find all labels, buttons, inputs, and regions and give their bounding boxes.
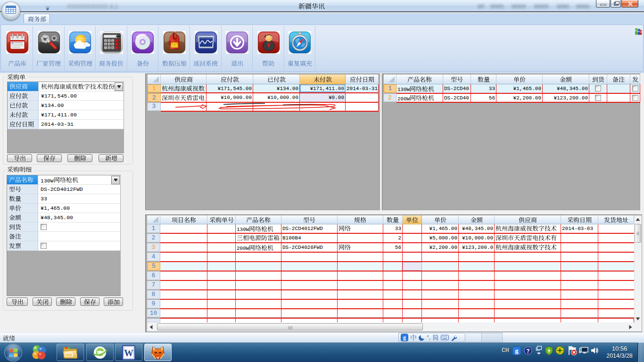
svg-text:POST: POST xyxy=(174,32,176,38)
svg-text:7: 7 xyxy=(105,46,106,49)
svg-text:6: 6 xyxy=(112,43,113,46)
svg-text:2: 2 xyxy=(108,39,110,42)
svg-text:g: g xyxy=(515,347,519,354)
svg-text:W: W xyxy=(124,348,133,358)
svg-text:g: g xyxy=(403,334,406,341)
svg-text:?: ? xyxy=(526,348,529,354)
svg-text:9: 9 xyxy=(112,46,113,49)
